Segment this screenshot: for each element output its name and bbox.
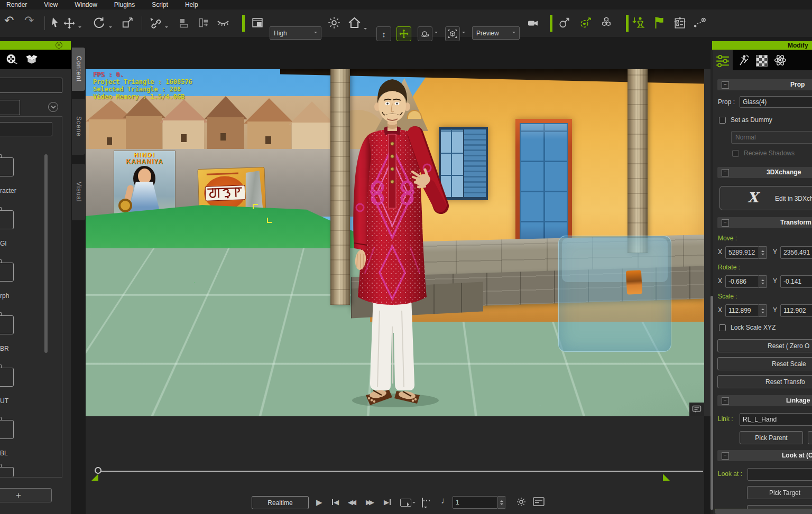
undo-icon[interactable]: ↶ [4, 14, 14, 27]
tab-visual[interactable]: Visual [72, 164, 85, 220]
prop-name-field[interactable]: Glass(4) [740, 96, 812, 108]
menu-script[interactable]: Script [150, 0, 170, 10]
frame-object-caret[interactable] [462, 32, 465, 35]
checklist-icon[interactable] [673, 16, 686, 29]
folder-icon[interactable] [0, 315, 14, 334]
last-frame-button[interactable]: ▶ [384, 498, 391, 506]
realtime-button[interactable]: Realtime [252, 496, 309, 509]
tab-physics-atom-icon[interactable] [774, 54, 787, 67]
collapse-icon[interactable]: − [722, 452, 729, 460]
modify-hscrollbar[interactable] [715, 509, 812, 514]
section-prop[interactable]: − Prop [717, 79, 812, 90]
collapse-icon[interactable]: − [722, 219, 729, 227]
timeline-track[interactable] [95, 471, 703, 472]
move-tool-icon[interactable] [63, 17, 75, 29]
chevron-circle-icon[interactable] [48, 102, 58, 112]
pick-target-button[interactable]: Pick Target [747, 486, 812, 499]
timeline-end-marker[interactable] [663, 474, 670, 481]
menu-window[interactable]: Window [72, 0, 99, 10]
step-forward-button[interactable]: ▶▶ [366, 498, 372, 506]
scale-y-field[interactable]: 112.902 [780, 304, 812, 317]
menu-render[interactable]: Render [4, 0, 29, 10]
folder-icon[interactable] [0, 157, 14, 176]
rotate-tool-icon[interactable] [93, 17, 105, 29]
first-frame-button[interactable]: ◀ [332, 498, 339, 506]
scale-tool-icon[interactable] [122, 17, 133, 29]
play-button[interactable]: ▶ [316, 498, 322, 507]
comment-icon[interactable] [689, 403, 704, 416]
orbit-camera-button[interactable] [418, 26, 432, 41]
set-as-dummy-checkbox[interactable] [719, 117, 726, 124]
rotate-x-field[interactable]: -0.686 [725, 275, 759, 288]
folder-label[interactable]: racter [0, 187, 16, 194]
orbit-eye-icon[interactable] [579, 17, 592, 29]
collapse-icon[interactable]: − [722, 169, 729, 176]
camera-icon[interactable] [527, 18, 539, 29]
cubes-icon[interactable] [601, 17, 612, 29]
scale-x-field[interactable]: 112.899 [725, 304, 759, 317]
motion-path-icon[interactable] [694, 17, 706, 29]
quality-select[interactable]: High [270, 26, 321, 40]
actor-motion-icon[interactable] [632, 16, 646, 29]
folder-label[interactable]: GI [0, 240, 7, 247]
select-tool-icon[interactable] [50, 17, 60, 29]
frame-number-input[interactable]: 1 [453, 496, 498, 509]
folder-label[interactable]: BL [0, 450, 8, 457]
content-scrollbar[interactable] [44, 154, 48, 353]
move-tool-caret[interactable] [78, 26, 81, 30]
content-list-search[interactable] [0, 122, 52, 136]
timeline-list-icon[interactable] [533, 497, 545, 506]
tab-texture-checker-icon[interactable] [756, 55, 768, 67]
loop-caret[interactable] [412, 502, 416, 505]
align-object-icon[interactable] [198, 17, 209, 29]
tab-adjust-sliders[interactable] [714, 52, 732, 70]
rotate-x-spinner[interactable] [759, 275, 767, 288]
content-manager-titlebar[interactable]: ✕ [0, 41, 71, 50]
reset-zero-button[interactable]: Reset ( Zero O [717, 339, 812, 352]
speech-bubble-button[interactable] [422, 498, 423, 508]
edit-in-3dxchange-button[interactable]: X Edit in 3DXchange [719, 186, 812, 210]
frame-object-button[interactable] [445, 26, 460, 41]
reset-scale-button[interactable]: Reset Scale [717, 357, 812, 370]
orbit-camera-caret[interactable] [435, 32, 438, 35]
frame-number-spinner[interactable] [498, 496, 505, 509]
lock-scale-checkbox[interactable] [719, 324, 726, 331]
folder-label[interactable]: BR [0, 345, 9, 352]
menu-plugins[interactable]: Plugins [112, 0, 137, 10]
audio-note-button[interactable]: ♩ [441, 496, 450, 506]
section-3dxchange[interactable]: − 3DXchange [717, 167, 812, 178]
menu-help[interactable]: Help [183, 0, 200, 10]
close-icon[interactable]: ✕ [56, 42, 62, 49]
reset-transform-button[interactable]: Reset Transfo [717, 375, 812, 388]
link-field[interactable]: RL_L_Hand [740, 413, 812, 426]
brightness-icon[interactable] [516, 497, 527, 507]
rotate-tool-caret[interactable] [109, 26, 112, 30]
modify-titlebar[interactable]: Modify [712, 41, 812, 50]
redo-icon[interactable]: ↷ [24, 14, 34, 27]
flag-icon[interactable] [653, 16, 665, 30]
hide-eyelash-icon[interactable] [217, 18, 229, 27]
character-figure[interactable] [343, 73, 467, 416]
folder-icon[interactable] [0, 368, 14, 387]
link-tool-caret[interactable] [165, 26, 168, 30]
export-package-icon[interactable] [25, 54, 38, 65]
dock-panel-icon[interactable] [252, 17, 263, 29]
modify-vscrollbar-thumb[interactable] [710, 296, 713, 510]
content-filter-button[interactable] [0, 100, 20, 115]
folder-icon[interactable] [0, 263, 14, 282]
home-view-caret[interactable] [364, 28, 367, 31]
timeline-start-marker[interactable] [91, 474, 98, 481]
section-lookat[interactable]: − Look at (O [717, 450, 812, 461]
film-reel-icon[interactable] [5, 54, 18, 65]
light-sun-icon[interactable] [328, 16, 340, 29]
step-back-button[interactable]: ◀◀ [348, 498, 354, 506]
tab-animation-icon[interactable] [737, 54, 750, 67]
glass-prop-selected[interactable] [558, 236, 671, 352]
fit-vertical-button[interactable]: ↕ [376, 26, 391, 41]
pick-parent-button[interactable]: Pick Parent [740, 431, 803, 444]
folder-icon[interactable] [0, 420, 14, 439]
add-folder-button[interactable]: + [0, 488, 52, 502]
align-pivot-icon[interactable] [179, 17, 190, 29]
timeline-knob[interactable] [95, 467, 102, 474]
menu-view[interactable]: View [42, 0, 60, 10]
